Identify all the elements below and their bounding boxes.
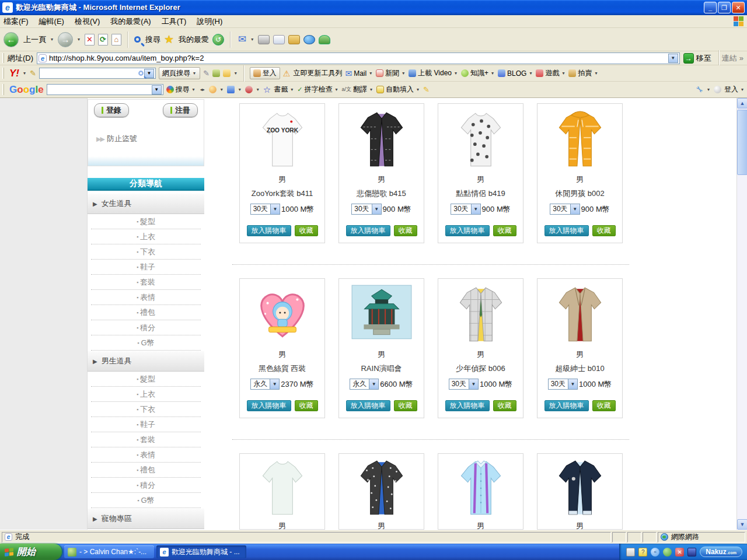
stop-button[interactable]: ✕ <box>85 34 95 46</box>
scrollbar-thumb[interactable] <box>737 110 747 175</box>
sidebar-item-girl-hair[interactable]: ▪髮型 <box>91 214 201 229</box>
section-pet-zone[interactable]: ▶寵物專區 <box>88 508 204 529</box>
sidebar-item-boy-bottom[interactable]: ▪下衣 <box>91 402 201 417</box>
pencil-icon[interactable]: ✎ <box>30 69 36 78</box>
edit-icon[interactable] <box>273 35 285 44</box>
translate-item[interactable]: a/文 翻譯▾ <box>341 85 374 94</box>
forward-dropdown-icon[interactable]: ▾ <box>78 37 80 42</box>
taskbar-task-ie[interactable]: e 歡迎光臨勁舞商城 - ... <box>156 545 246 558</box>
autofill-item[interactable]: 自動填入▾ <box>376 85 420 94</box>
favorite-button[interactable]: 收藏 <box>295 225 318 236</box>
search-label[interactable]: 搜尋 <box>145 34 160 45</box>
favorite-button[interactable]: 收藏 <box>394 400 417 411</box>
sidebar-item-girl-emote[interactable]: ▪表情 <box>91 290 201 305</box>
add-to-cart-button[interactable]: 放入購物車 <box>544 400 589 411</box>
sidebar-item-boy-gcoin[interactable]: ▪G幣 <box>91 493 201 508</box>
sidebar-item-boy-suit[interactable]: ▪套裝 <box>91 432 201 447</box>
back-button[interactable]: ← <box>4 32 19 47</box>
security-alert-shield-icon[interactable]: ✕ <box>675 548 684 556</box>
sidebar-item-girl-bottom[interactable]: ▪下衣 <box>91 244 201 260</box>
back-label[interactable]: 上一頁 <box>23 34 46 45</box>
update-toolbar-link[interactable]: 立即更新工具列 <box>293 68 342 78</box>
chevron-down-icon[interactable]: ▾ <box>221 87 223 92</box>
print-icon[interactable] <box>258 35 270 44</box>
product-image-orange-striped-hoodie[interactable] <box>537 104 622 175</box>
product-image-tan-suit[interactable] <box>537 279 622 350</box>
google-login-item[interactable]: 登入▾ <box>724 85 745 94</box>
register-button[interactable]: 注冊 <box>163 103 198 117</box>
highlighter-icon[interactable]: ✎ <box>423 85 430 94</box>
toolbar-grip[interactable] <box>2 53 4 62</box>
links-button[interactable]: 連結 » <box>722 53 743 64</box>
favorites-star-icon[interactable]: ★ <box>164 33 174 46</box>
menu-edit[interactable]: 編輯(E) <box>39 16 64 27</box>
favorites-label[interactable]: 我的最愛 <box>179 34 209 45</box>
favorite-button[interactable]: 收藏 <box>592 225 616 236</box>
window-panel-icon[interactable] <box>223 69 231 77</box>
favorite-button[interactable]: 收藏 <box>493 225 516 236</box>
chevron-down-icon[interactable]: ▾ <box>257 87 259 92</box>
web-search-button[interactable]: 網頁搜尋 ▾ <box>159 67 200 79</box>
minimize-button[interactable]: _ <box>704 2 717 13</box>
close-button[interactable]: ✕ <box>732 2 745 13</box>
product-image-polka-dot-tshirt[interactable] <box>438 104 523 175</box>
product-image-plaid-jacket[interactable] <box>438 279 523 350</box>
yahoo-games-item[interactable]: 遊戲▾ <box>536 68 566 78</box>
msn-status-icon[interactable] <box>663 548 672 556</box>
add-to-cart-button[interactable]: 放入購物車 <box>247 225 291 236</box>
spellcheck-item[interactable]: ✓ 拼字檢查▾ <box>297 85 338 94</box>
google-search-input[interactable]: ▼ <box>47 84 163 95</box>
add-to-cart-button[interactable]: 放入購物車 <box>445 225 490 236</box>
sidebar-item-girl-shoes[interactable]: ▪鞋子 <box>91 260 201 275</box>
duration-select[interactable]: 30天▼ <box>548 379 578 390</box>
duration-select[interactable]: 30天▼ <box>451 204 480 215</box>
popup-blocker-icon[interactable] <box>245 86 253 93</box>
duration-select[interactable]: 30天▼ <box>351 204 381 215</box>
chevron-down-icon[interactable]: ▾ <box>707 87 710 92</box>
sidebar-item-boy-points[interactable]: ▪積分 <box>91 478 201 493</box>
search-icon[interactable] <box>134 36 141 43</box>
address-url[interactable]: http://shop.hk.9you.com/au/item_boy.php?… <box>49 54 666 62</box>
sidebar-item-girl-gift[interactable]: ▪禮包 <box>91 305 201 320</box>
section-girl-items[interactable]: ▶女生道具 <box>88 193 204 214</box>
add-to-cart-button[interactable]: 放入購物車 <box>346 225 390 236</box>
duration-select[interactable]: 永久▼ <box>250 379 280 390</box>
collapse-chevron-icon[interactable]: « <box>651 548 659 556</box>
menu-view[interactable]: 檢視(V) <box>75 16 100 27</box>
add-to-cart-button[interactable]: 放入購物車 <box>247 400 291 411</box>
yahoo-search-input[interactable]: ▼ <box>39 68 156 79</box>
yahoo-dropdown-icon[interactable]: ▾ <box>23 71 26 76</box>
chevron-down-icon[interactable]: ▼ <box>152 85 162 94</box>
product-image-pixel-heart-chibi[interactable] <box>240 279 324 350</box>
sidebar-item-girl-top[interactable]: ▪上衣 <box>91 229 201 244</box>
yahoo-news-item[interactable]: 新聞▾ <box>376 68 406 78</box>
anti-theft-link[interactable]: ▶▶ 防止盜號 <box>96 134 204 144</box>
sidebar-item-girl-points[interactable]: ▪積分 <box>91 320 201 335</box>
product-image-navy-blazer[interactable] <box>537 454 622 522</box>
favorite-button[interactable]: 收藏 <box>295 400 318 411</box>
product-image-white-tshirt-zoo-york[interactable]: ZOO YORK <box>240 104 324 175</box>
add-to-cart-button[interactable]: 放入購物車 <box>346 400 390 411</box>
taskbar-task-msn[interactable]: - > Calvin Chan★:`-... <box>64 545 154 558</box>
shopping-bag-icon[interactable] <box>288 35 300 44</box>
menu-file[interactable]: 檔案(F) <box>4 16 29 27</box>
bookmark-star-icon[interactable]: ☆ <box>263 85 271 95</box>
product-image-korean-palace[interactable] <box>339 279 424 350</box>
favorite-button[interactable]: 收藏 <box>493 400 516 411</box>
wrench-icon[interactable]: 🔧︎ <box>696 85 703 94</box>
yahoo-knowledge-item[interactable]: 知識+▾ <box>461 68 495 78</box>
chevron-down-icon[interactable]: ▾ <box>239 87 241 92</box>
yahoo-auction-item[interactable]: 拍賣▾ <box>568 68 598 78</box>
sidebar-item-boy-emote[interactable]: ▪表情 <box>91 447 201 463</box>
help-balloon-icon[interactable]: ? <box>638 548 647 556</box>
messenger-icon[interactable] <box>319 35 330 44</box>
product-image-blue-shirt-suspenders[interactable] <box>438 454 523 522</box>
duration-select[interactable]: 30天▼ <box>449 379 479 390</box>
duration-select[interactable]: 30天▼ <box>250 204 280 215</box>
resize-handle-icon[interactable]: ◂▸ <box>200 87 205 92</box>
scroll-up-button[interactable]: ▲ <box>737 98 747 108</box>
restore-button[interactable]: ❐ <box>718 2 731 13</box>
sidebar-item-boy-gift[interactable]: ▪禮包 <box>91 463 201 478</box>
history-icon[interactable]: ↺ <box>212 34 224 46</box>
chevron-down-icon[interactable]: ▾ <box>235 71 237 76</box>
